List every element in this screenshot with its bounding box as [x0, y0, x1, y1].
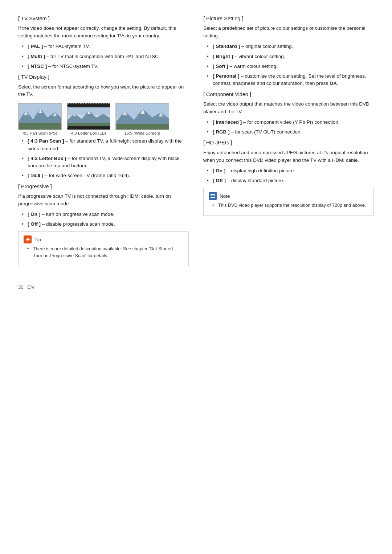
tv-display-section: [ TV Display ] Select the screen format …: [18, 73, 189, 180]
item-label: [ Interlaced ]: [213, 119, 242, 125]
svg-rect-27: [211, 197, 215, 198]
note-text: This DVD video player supports the resol…: [212, 202, 368, 209]
tv-system-desc: If the video does not appear correctly, …: [18, 25, 189, 40]
list-item: [ Bright ] – vibrant colour setting.: [207, 53, 374, 60]
page-footer: 30 EN: [18, 284, 374, 290]
tv-display-list: [ 4:3 Pan Scan ] – for standard TV, a fu…: [22, 138, 189, 179]
tip-label: Tip: [34, 237, 41, 242]
left-column: [ TV System ] If the video does not appe…: [18, 15, 189, 270]
item-label: [ Off ]: [213, 178, 226, 183]
picture-setting-list: [ Standard ] – original colour setting. …: [207, 43, 374, 87]
ok-label: OK: [330, 81, 337, 86]
component-video-section: [ Component Video ] Select the video out…: [203, 90, 374, 136]
list-item: [ On ] – turn on progressive scan mode.: [22, 211, 189, 218]
tv-display-title: [ TV Display ]: [18, 73, 189, 81]
right-column: [ Picture Setting ] Select a predefined …: [203, 15, 374, 270]
list-item: [ Multi ] – for TV that is compatible wi…: [22, 53, 189, 60]
list-item: [ NTSC ] – for NTSC-system TV.: [22, 63, 189, 70]
svg-rect-23: [116, 124, 169, 130]
item-label: [ Off ]: [28, 221, 41, 227]
list-item: [ Personal ] – customise the colour sett…: [207, 73, 374, 87]
item-label: [ On ]: [28, 212, 40, 217]
list-item: [ Standard ] – original colour setting.: [207, 43, 374, 50]
item-label: [ Multi ]: [28, 54, 45, 59]
tv-img-ps: 4:3 Pan Scan (PS): [18, 103, 62, 135]
tv-display-images: 4:3 Pan Scan (PS): [18, 103, 189, 135]
list-item: [ On ] – display high definition picture…: [207, 167, 374, 175]
tv-system-section: [ TV System ] If the video does not appe…: [18, 15, 189, 70]
progressive-desc: If a progressive scan TV is not connecte…: [18, 193, 189, 208]
item-label: [ On ]: [213, 168, 225, 173]
tv-img-ps-frame: [18, 103, 62, 130]
note-header: Note: [209, 192, 368, 200]
tv-img-ws-frame: [115, 103, 169, 130]
item-label: [ Personal ]: [213, 73, 240, 79]
hd-jpeg-title: [ HD JPEG ]: [203, 139, 374, 147]
tv-system-title: [ TV System ]: [18, 15, 189, 22]
item-label: [ Standard ]: [213, 44, 240, 49]
tv-img-lb: 4:3 Letter Box (LB): [67, 103, 110, 135]
tip-content: There is more detailed description avail…: [27, 246, 183, 259]
item-label: [ 4:3 Pan Scan ]: [28, 138, 64, 144]
tip-header: ✳ Tip: [24, 235, 183, 243]
tv-img-lb-caption: 4:3 Letter Box (LB): [71, 131, 106, 135]
list-item: [ 16:9 ] – for wide-screen TV (frame rat…: [22, 172, 189, 179]
tv-img-lb-frame: [67, 103, 110, 130]
picture-setting-section: [ Picture Setting ] Select a predefined …: [203, 15, 374, 87]
list-item: [ 4:3 Letter Box ] – for standard TV, a …: [22, 155, 189, 170]
tv-img-ws-caption: 16:9 (Wide Screen): [124, 131, 160, 135]
tip-icon: ✳: [24, 235, 32, 243]
svg-rect-9: [67, 103, 110, 107]
item-label: [ Bright ]: [213, 54, 233, 59]
note-icon: [209, 192, 217, 200]
item-label: [ Soft ]: [213, 63, 228, 69]
list-item: [ Interlaced ] – for component video (Y …: [207, 119, 374, 126]
item-label: [ 4:3 Letter Box ]: [28, 156, 66, 161]
hd-jpeg-list: [ On ] – display high definition picture…: [207, 167, 374, 185]
list-item: [ Off ] – disable progressive scan mode.: [22, 221, 189, 228]
note-content: This DVD video player supports the resol…: [212, 202, 368, 209]
tv-img-ws: 16:9 (Wide Screen): [115, 103, 169, 135]
tv-display-desc: Select the screen format according to ho…: [18, 83, 189, 99]
page-lang: EN: [27, 284, 34, 290]
picture-setting-title: [ Picture Setting ]: [203, 15, 374, 22]
svg-rect-25: [211, 194, 215, 195]
list-item: [ Soft ] – warm colour setting.: [207, 63, 374, 70]
progressive-list: [ On ] – turn on progressive scan mode. …: [22, 211, 189, 228]
picture-setting-desc: Select a predefined set of picture colou…: [203, 25, 374, 40]
progressive-section: [ Progressive ] If a progressive scan TV…: [18, 182, 189, 228]
tv-img-ps-caption: 4:3 Pan Scan (PS): [23, 131, 57, 135]
component-video-list: [ Interlaced ] – for component video (Y …: [207, 119, 374, 136]
list-item: [ PAL ] – for PAL-system TV.: [22, 43, 189, 50]
tv-system-list: [ PAL ] – for PAL-system TV. [ Multi ] –…: [22, 43, 189, 70]
tip-box: ✳ Tip There is more detailed description…: [18, 231, 189, 266]
tip-text: There is more detailed description avail…: [27, 246, 183, 259]
progressive-title: [ Progressive ]: [18, 182, 189, 190]
item-label: [ PAL ]: [28, 44, 43, 49]
hd-jpeg-section: [ HD JPEG ] Enjoy untouched and uncompre…: [203, 139, 374, 184]
note-label: Note: [220, 193, 230, 199]
page-number: 30: [18, 284, 23, 290]
svg-rect-15: [67, 123, 110, 126]
component-video-desc: Select the video output that matches the…: [203, 100, 374, 116]
list-item: [ Off ] – display standard picture.: [207, 177, 374, 184]
item-label: [ RGB ]: [213, 129, 230, 135]
list-item: [ RGB ] – for scart (TV OUT) connection.: [207, 128, 374, 136]
item-label: [ NTSC ]: [28, 63, 47, 69]
component-video-title: [ Component Video ]: [203, 90, 374, 98]
hd-jpeg-desc: Enjoy untouched and uncompressed JPEG pi…: [203, 149, 374, 164]
svg-rect-6: [19, 123, 62, 130]
item-label: [ 16:9 ]: [28, 173, 44, 178]
svg-rect-26: [211, 196, 215, 196]
list-item: [ 4:3 Pan Scan ] – for standard TV, a fu…: [22, 138, 189, 152]
svg-rect-10: [67, 126, 110, 130]
note-box: Note This DVD video player supports the …: [203, 188, 374, 216]
